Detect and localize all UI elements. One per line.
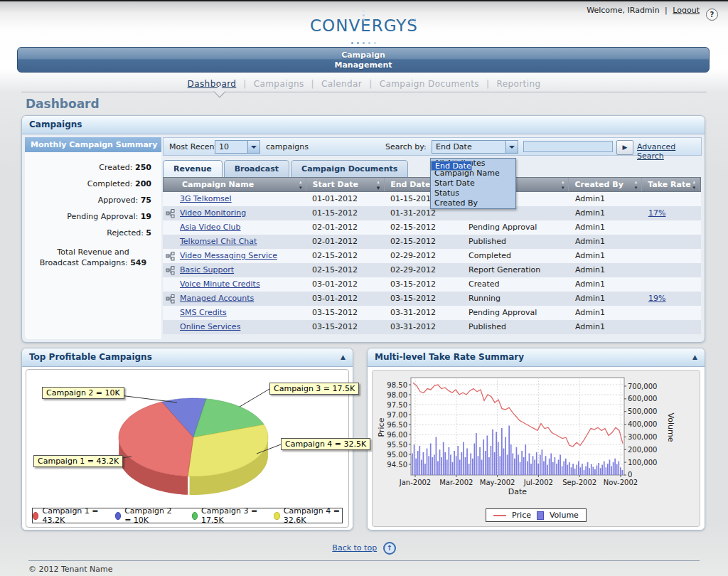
table-row: Online Services03-15-201203-31-2012Publi…	[163, 320, 701, 334]
take-rate-title: Multi-level Take Rate Summary	[375, 352, 524, 362]
campaign-link[interactable]: Online Services	[180, 322, 240, 331]
cell-status: Created	[463, 277, 569, 292]
cell-take-rate	[643, 220, 701, 235]
sort-icon[interactable]: ▴▾	[299, 179, 302, 191]
table-row: Asia Video Club02-01-201202-15-2012Pendi…	[163, 220, 701, 235]
campaign-link[interactable]: Video Messaging Service	[180, 251, 277, 260]
cell-created-by: Admin1	[569, 235, 643, 249]
column-header-start-date[interactable]: Start Date▴▾	[306, 178, 385, 191]
monthly-summary-title: Monthly Campaign Summary	[25, 137, 161, 152]
multi-level-campaign-icon	[166, 252, 175, 261]
main-nav: Dashboard|Campaigns|Calendar|Campaign Do…	[0, 79, 728, 89]
cell-created-by: Admin1	[569, 220, 643, 235]
column-header-take-rate[interactable]: Take Rate▴▾	[642, 178, 700, 191]
campaign-link[interactable]: Video Monitoring	[180, 208, 246, 218]
cell-take-rate	[643, 306, 701, 320]
column-header-created-by[interactable]: Created By▴▾	[569, 178, 642, 191]
search-go-button[interactable]: ▶	[616, 140, 633, 155]
logout-link[interactable]: Logout	[673, 6, 700, 15]
convergys-logo: CONVERGYS	[286, 9, 442, 43]
pie-callout-campaign-4: Campaign 4 = 32.5K	[281, 438, 370, 450]
tab-revenue[interactable]: Revenue	[163, 160, 223, 177]
summary-total: Total Revenue and Broadcast Campaigns: 5…	[25, 247, 161, 268]
svg-text:600,000: 600,000	[628, 395, 657, 402]
search-input[interactable]	[523, 141, 613, 152]
cell-end-date: 03-31-2012	[385, 306, 463, 320]
pie-chart-area: Campaign 1 = 43.2KCampaign 2 = 10KCampai…	[26, 369, 349, 528]
sort-icon[interactable]: ▴▾	[377, 179, 380, 191]
cell-take-rate	[643, 277, 701, 292]
cell-end-date: 03-31-2012	[385, 320, 463, 334]
cell-start-date: 03-15-2012	[306, 306, 385, 320]
pie-callout-campaign-2: Campaign 2 = 10K	[42, 387, 124, 399]
dropdown-option-end-date[interactable]: End Date	[431, 161, 472, 171]
campaign-link[interactable]: Voice Minute Credits	[180, 279, 260, 289]
campaign-link[interactable]: SMS Credits	[180, 308, 227, 317]
cell-end-date: 03-15-2012	[385, 277, 463, 292]
campaign-link[interactable]: Telkomsel Chit Chat	[180, 237, 257, 246]
cell-status: Published	[463, 235, 569, 249]
collapse-icon[interactable]: ▲	[341, 353, 346, 361]
dropdown-option-start-date[interactable]: Start Date	[431, 178, 515, 188]
cell-created-by: Admin1	[569, 249, 643, 263]
nav-reporting[interactable]: Reporting	[496, 79, 540, 89]
cell-take-rate	[643, 249, 701, 263]
back-to-top-link[interactable]: Back to top	[332, 543, 377, 553]
cell-take-rate	[643, 192, 701, 206]
cell-start-date: 02-01-2012	[306, 220, 385, 235]
campaign-link[interactable]: 3G Telkomsel	[180, 194, 232, 203]
price-volume-chart: 98.5098.0097.5097.0096.5096.0095.5095.00…	[374, 372, 695, 498]
table-row: Voice Minute Credits03-01-201203-15-2012…	[163, 277, 701, 292]
back-to-top: Back to top ↑	[0, 542, 728, 555]
sort-icon[interactable]: ▴▾	[562, 179, 564, 191]
cell-end-date: 02-29-2012	[385, 263, 463, 277]
search-by-dropdown: All AttributesCampaign NameStart DateEnd…	[430, 158, 516, 209]
tab-broadcast[interactable]: Broadcast	[224, 160, 289, 177]
top-profitable-body: Campaign 1 = 43.2KCampaign 2 = 10KCampai…	[22, 367, 353, 530]
table-row: SMS Credits03-15-201203-31-2012Pending A…	[163, 306, 701, 320]
nav-campaign-documents[interactable]: Campaign Documents	[380, 79, 479, 89]
price-volume-legend: Price Volume	[373, 508, 700, 522]
up-arrow-icon[interactable]: ↑	[383, 542, 396, 555]
cell-status: Report Generation	[463, 263, 569, 277]
dropdown-option-created-by[interactable]: Created By	[431, 198, 515, 208]
banner-line1: Campaign	[18, 50, 709, 60]
tab-campaign-documents[interactable]: Campaign Documents	[291, 160, 408, 177]
most-recent-select[interactable]: 10	[215, 140, 260, 154]
help-icon[interactable]: ?	[706, 9, 718, 21]
separator: |	[665, 6, 668, 15]
cell-start-date: 03-15-2012	[306, 320, 385, 334]
legend-volume-label: Volume	[550, 511, 579, 520]
svg-text:Mar-2002: Mar-2002	[439, 479, 473, 486]
chevron-down-icon[interactable]	[247, 141, 259, 153]
dropdown-option-status[interactable]: Status	[431, 188, 515, 198]
summary-total-line1: Total Revenue and	[25, 247, 161, 257]
collapse-icon[interactable]: ▲	[692, 353, 697, 361]
pie-legend-item: Campaign 4 = 32.6K	[274, 506, 342, 525]
take-rate-header: Multi-level Take Rate Summary ▲	[368, 348, 705, 367]
svg-text:96.00: 96.00	[387, 431, 407, 439]
advanced-search-link[interactable]: Advanced Search	[637, 142, 701, 161]
column-header-campaign-name[interactable]: Campaign Name▴▾	[164, 178, 306, 191]
nav-calendar[interactable]: Calendar	[321, 79, 362, 89]
campaign-link[interactable]: Asia Video Club	[180, 223, 241, 232]
sort-icon[interactable]: ▴▾	[635, 179, 638, 191]
summary-row-created-: Created: 250	[25, 159, 161, 176]
logo-dots-vertical	[363, 18, 365, 21]
chevron-down-icon[interactable]	[505, 141, 518, 153]
nav-campaigns[interactable]: Campaigns	[254, 79, 304, 89]
nav-dashboard[interactable]: Dashboard	[188, 79, 237, 89]
take-rate-link[interactable]: 19%	[648, 294, 665, 303]
sort-icon[interactable]: ▴▾	[692, 179, 695, 191]
cell-start-date: 02-15-2012	[306, 249, 385, 263]
pie-callout-campaign-1: Campaign 1 = 43.2K	[33, 455, 123, 467]
summary-total-line2: Broadcast Campaigns:	[40, 258, 128, 267]
nav-separator: |	[486, 79, 489, 89]
svg-text:97.50: 97.50	[387, 401, 407, 409]
campaign-link[interactable]: Managed Accounts	[180, 294, 254, 303]
cell-status: Pending Approval	[463, 220, 569, 235]
svg-text:400,000: 400,000	[628, 420, 657, 428]
search-by-select[interactable]: End Date	[432, 140, 518, 154]
take-rate-link[interactable]: 17%	[648, 208, 665, 218]
campaign-link[interactable]: Basic Support	[180, 265, 234, 274]
